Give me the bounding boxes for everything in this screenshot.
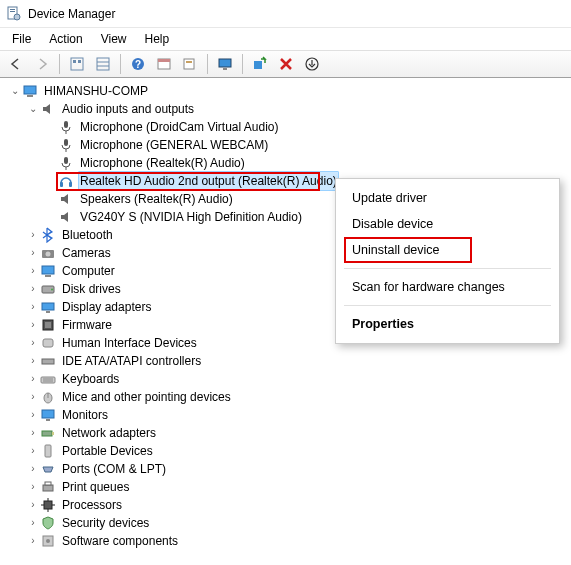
device-item[interactable]: · Microphone (GENERAL WEBCAM) <box>4 136 571 154</box>
expander-icon[interactable]: › <box>26 228 40 242</box>
svg-rect-22 <box>64 121 68 128</box>
titlebar: Device Manager <box>0 0 571 28</box>
svg-point-3 <box>14 14 20 20</box>
category-label: Audio inputs and outputs <box>60 100 196 118</box>
menu-file[interactable]: File <box>4 30 39 48</box>
svg-rect-7 <box>97 58 109 70</box>
category-item[interactable]: ›Mice and other pointing devices <box>4 388 571 406</box>
toolbar-separator <box>120 54 121 74</box>
expander-icon[interactable]: › <box>26 354 40 368</box>
svg-rect-30 <box>45 275 51 277</box>
ctx-uninstall-device[interactable]: Uninstall device <box>336 237 559 263</box>
svg-rect-13 <box>158 59 170 62</box>
expander-icon[interactable]: › <box>26 300 40 314</box>
speaker-icon <box>58 209 74 225</box>
category-label: Ports (COM & LPT) <box>60 460 168 478</box>
tb-icon-4[interactable] <box>178 53 202 75</box>
category-audio[interactable]: ⌄ Audio inputs and outputs <box>4 100 571 118</box>
device-item[interactable]: · Microphone (DroidCam Virtual Audio) <box>4 118 571 136</box>
category-item[interactable]: ›Network adapters <box>4 424 571 442</box>
category-label: Cameras <box>60 244 113 262</box>
category-label: Disk drives <box>60 280 123 298</box>
spacer: · <box>44 174 58 188</box>
category-item[interactable]: ›Monitors <box>4 406 571 424</box>
svg-rect-50 <box>45 482 51 485</box>
svg-rect-23 <box>64 139 68 146</box>
svg-rect-39 <box>41 377 55 383</box>
svg-rect-34 <box>46 311 50 313</box>
spacer: · <box>44 156 58 170</box>
tb-icon-1[interactable] <box>65 53 89 75</box>
svg-rect-5 <box>73 60 76 63</box>
menu-view[interactable]: View <box>93 30 135 48</box>
category-label: Human Interface Devices <box>60 334 199 352</box>
tb-help-icon[interactable]: ? <box>126 53 150 75</box>
category-label: Print queues <box>60 478 131 496</box>
speaker-icon <box>40 101 56 117</box>
svg-rect-49 <box>43 485 53 491</box>
category-item[interactable]: ›Ports (COM & LPT) <box>4 460 571 478</box>
tb-update-icon[interactable] <box>300 53 324 75</box>
svg-text:?: ? <box>135 59 141 70</box>
category-icon <box>40 479 56 495</box>
expander-icon[interactable]: › <box>26 426 40 440</box>
computer-icon <box>22 83 38 99</box>
svg-rect-14 <box>184 59 194 69</box>
menubar: File Action View Help <box>0 28 571 50</box>
ctx-update-driver[interactable]: Update driver <box>336 185 559 211</box>
category-item[interactable]: ›Keyboards <box>4 370 571 388</box>
category-item[interactable]: ›Portable Devices <box>4 442 571 460</box>
back-button[interactable] <box>4 53 28 75</box>
expander-icon[interactable]: › <box>26 282 40 296</box>
expander-icon[interactable]: › <box>26 516 40 530</box>
expander-icon[interactable]: › <box>26 480 40 494</box>
category-label: Display adapters <box>60 298 153 316</box>
svg-rect-37 <box>43 339 53 347</box>
svg-rect-47 <box>52 432 54 435</box>
expander-icon[interactable]: › <box>26 390 40 404</box>
svg-rect-33 <box>42 303 54 310</box>
spacer: · <box>44 210 58 224</box>
category-icon <box>40 389 56 405</box>
tree-root[interactable]: ⌄ HIMANSHU-COMP <box>4 82 571 100</box>
device-item[interactable]: · Microphone (Realtek(R) Audio) <box>4 154 571 172</box>
tb-icon-3[interactable] <box>152 53 176 75</box>
svg-rect-24 <box>64 157 68 164</box>
expander-icon[interactable]: › <box>26 462 40 476</box>
ctx-scan[interactable]: Scan for hardware changes <box>336 274 559 300</box>
category-item[interactable]: ›Processors <box>4 496 571 514</box>
tb-monitor-icon[interactable] <box>213 53 237 75</box>
expander-icon[interactable]: › <box>26 408 40 422</box>
tb-delete-icon[interactable] <box>274 53 298 75</box>
headphones-icon <box>58 173 74 189</box>
category-item[interactable]: ›Print queues <box>4 478 571 496</box>
expander-icon[interactable]: › <box>26 246 40 260</box>
tb-icon-2[interactable] <box>91 53 115 75</box>
expander-icon[interactable]: › <box>26 444 40 458</box>
menu-help[interactable]: Help <box>137 30 178 48</box>
category-item[interactable]: ›Security devices <box>4 514 571 532</box>
category-icon <box>40 533 56 549</box>
ctx-properties[interactable]: Properties <box>336 311 559 337</box>
forward-button[interactable] <box>30 53 54 75</box>
expander-icon[interactable]: ⌄ <box>26 102 40 116</box>
category-item[interactable]: ›Software components <box>4 532 571 550</box>
expander-icon[interactable]: ⌄ <box>8 84 22 98</box>
expander-icon[interactable]: › <box>26 336 40 350</box>
ctx-disable-device[interactable]: Disable device <box>336 211 559 237</box>
category-label: Firmware <box>60 316 114 334</box>
menu-action[interactable]: Action <box>41 30 90 48</box>
tb-scan-icon[interactable] <box>248 53 272 75</box>
expander-icon[interactable]: › <box>26 318 40 332</box>
category-label: Network adapters <box>60 424 158 442</box>
device-label: Microphone (Realtek(R) Audio) <box>78 154 247 172</box>
expander-icon[interactable]: › <box>26 264 40 278</box>
spacer: · <box>44 120 58 134</box>
expander-icon[interactable]: › <box>26 534 40 548</box>
expander-icon[interactable]: › <box>26 498 40 512</box>
ctx-separator <box>344 305 551 306</box>
expander-icon[interactable]: › <box>26 372 40 386</box>
device-label: Microphone (DroidCam Virtual Audio) <box>78 118 281 136</box>
svg-rect-21 <box>27 95 33 97</box>
category-item[interactable]: ›IDE ATA/ATAPI controllers <box>4 352 571 370</box>
